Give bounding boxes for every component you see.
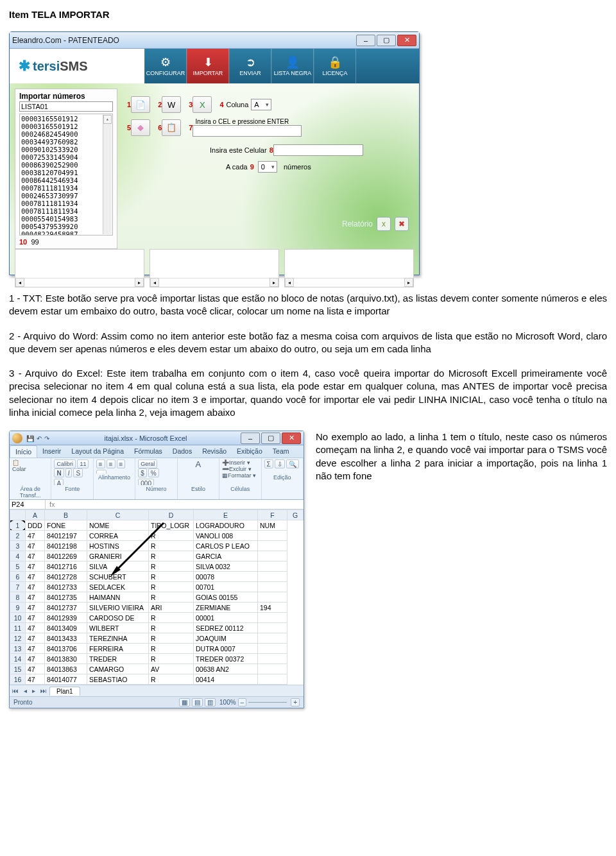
table-row[interactable]: 124784013433TEREZINHARJOAQUIM (10, 633, 304, 644)
table-row[interactable]: 44784012269GRANIERIRGARCIA (10, 551, 304, 561)
table-row[interactable]: 74784012733SEDLACEKR00701 (10, 582, 304, 592)
ribbon-group-edit[interactable]: Σ⇩🔍 Edição (262, 458, 304, 499)
hscroll-right[interactable]: ▸ (135, 278, 144, 287)
header-cell[interactable]: NOME (87, 520, 149, 531)
cell[interactable]: FERREIRA (87, 644, 149, 654)
ribbon-group-style[interactable]: A Estilo (178, 458, 219, 499)
cell[interactable]: 00001 (194, 613, 258, 623)
cell[interactable]: 47 (26, 603, 45, 613)
cell[interactable]: SILVERIO VIEIRA (87, 603, 149, 613)
cell[interactable]: R (149, 633, 194, 644)
cell[interactable]: CARDOSO DE (87, 613, 149, 623)
cell[interactable]: AV (149, 664, 194, 674)
menu-enviar[interactable]: ➲ENVIAR (229, 49, 271, 83)
cell[interactable] (258, 633, 287, 644)
sheet-tab[interactable]: Plan1 (49, 687, 80, 696)
cell[interactable]: 84013433 (45, 633, 87, 644)
cell[interactable] (258, 572, 287, 582)
number-item[interactable]: 00072533145904 (21, 153, 111, 161)
name-box[interactable]: P24 (10, 500, 46, 509)
cell[interactable]: SEDREZ 00112 (194, 623, 258, 633)
cell[interactable]: 84013409 (45, 623, 87, 633)
menu-importar[interactable]: ⬇IMPORTAR (187, 49, 229, 83)
number-item[interactable]: 00086390252900 (21, 161, 111, 169)
cell[interactable]: R (149, 623, 194, 633)
number-item[interactable]: 00078111811934 (21, 184, 111, 192)
cel-enter-input[interactable] (193, 125, 302, 137)
row-header[interactable]: 9 (10, 603, 26, 613)
number-item[interactable]: 00048229458987 (21, 230, 111, 235)
header-cell[interactable]: LOGRADOURO (194, 520, 258, 531)
cell[interactable]: R (149, 644, 194, 654)
formula-bar[interactable]: P24 fx (10, 500, 304, 509)
cell[interactable]: 00701 (194, 582, 258, 592)
ribbon-group-number[interactable]: Geral$%000 Número (135, 458, 177, 499)
cell[interactable] (258, 654, 287, 664)
maximize-button[interactable]: ▢ (377, 35, 396, 46)
cell[interactable]: SCHUBERT (87, 572, 149, 582)
cell[interactable]: 47 (26, 541, 45, 551)
row-header-1[interactable]: 1 (10, 520, 26, 531)
eraser-button[interactable]: ◆ (131, 119, 150, 136)
cell[interactable]: R (149, 674, 194, 685)
view-break[interactable]: ▥ (205, 698, 216, 706)
cell[interactable] (258, 531, 287, 541)
number-item[interactable]: 00005540154983 (21, 215, 111, 223)
cell[interactable]: SEBASTIAO (87, 674, 149, 685)
cell[interactable]: 47 (26, 633, 45, 644)
excel-minimize[interactable]: – (241, 432, 260, 444)
ribbon-tab[interactable]: Revisão (197, 445, 232, 458)
cell[interactable]: 194 (258, 603, 287, 613)
table-row[interactable]: 154784013863CAMARGOAV00638 AN2 (10, 664, 304, 674)
cell[interactable]: ARI (149, 603, 194, 613)
row-header[interactable]: 16 (10, 674, 26, 685)
coluna-select[interactable]: A (251, 99, 271, 110)
cell[interactable]: 00638 AN2 (194, 664, 258, 674)
table-row[interactable]: 144784013830TREDERRTREDER 00372 (10, 654, 304, 664)
zoom-out[interactable]: – (238, 698, 247, 706)
number-item[interactable]: 00078111811934 (21, 200, 111, 207)
excel-maximize[interactable]: ▢ (261, 432, 280, 444)
ribbon-tab[interactable]: Inserir (37, 445, 66, 458)
ribbon-tab[interactable]: Início (10, 445, 37, 458)
table-row[interactable]: 134784013706FERREIRARDUTRA 0007 (10, 644, 304, 654)
import-txt-button[interactable]: 📄 (131, 96, 150, 113)
ribbon-tab[interactable]: Dados (167, 445, 197, 458)
office-button[interactable] (12, 433, 22, 443)
import-excel-button[interactable]: X (193, 96, 212, 113)
paste-button[interactable]: 📋 (162, 119, 181, 136)
number-item[interactable]: 00090102533920 (21, 146, 111, 153)
table-row[interactable]: 64784012728SCHUBERTR00078 (10, 572, 304, 582)
row-header[interactable]: 13 (10, 644, 26, 654)
row-header[interactable]: 15 (10, 664, 26, 674)
cell[interactable]: R (149, 531, 194, 541)
cell[interactable]: 84012198 (45, 541, 87, 551)
menu-lista negra[interactable]: 👤LISTA NEGRA (271, 49, 314, 83)
cell[interactable] (258, 664, 287, 674)
ribbon-group-align[interactable]: ≡≡≡⇥ Alinhamento (94, 458, 135, 499)
cell[interactable] (258, 592, 287, 603)
cell[interactable]: 47 (26, 644, 45, 654)
excel-grid[interactable]: ABCDEFG 1 DDDFONENOMETIPO_LOGRLOGRADOURO… (10, 509, 304, 685)
cell[interactable] (258, 613, 287, 623)
row-header[interactable]: 8 (10, 592, 26, 603)
cell[interactable]: 47 (26, 561, 45, 572)
header-cell[interactable]: TIPO_LOGR (149, 520, 194, 531)
row-header[interactable]: 12 (10, 633, 26, 644)
row-header[interactable]: 14 (10, 654, 26, 664)
row-header[interactable]: 11 (10, 623, 26, 633)
cell[interactable]: CAMARGO (87, 664, 149, 674)
sheet-tabs[interactable]: ⏮◂▸⏭ Plan1 (10, 685, 304, 696)
cell[interactable]: 47 (26, 664, 45, 674)
menu-configurar[interactable]: ⚙CONFIGURAR (144, 49, 187, 83)
cell[interactable]: 84012716 (45, 561, 87, 572)
close-button[interactable]: ✕ (397, 35, 416, 46)
row-header[interactable]: 2 (10, 531, 26, 541)
view-normal[interactable]: ▦ (179, 698, 190, 706)
cell[interactable]: R (149, 551, 194, 561)
hscroll-right[interactable]: ▸ (404, 278, 413, 287)
cell[interactable] (258, 551, 287, 561)
table-row[interactable]: 54784012716SILVARSILVA 0032 (10, 561, 304, 572)
ribbon-group-font[interactable]: Calibri 11 NISA Fonte (51, 458, 93, 499)
row-header[interactable]: 6 (10, 572, 26, 582)
